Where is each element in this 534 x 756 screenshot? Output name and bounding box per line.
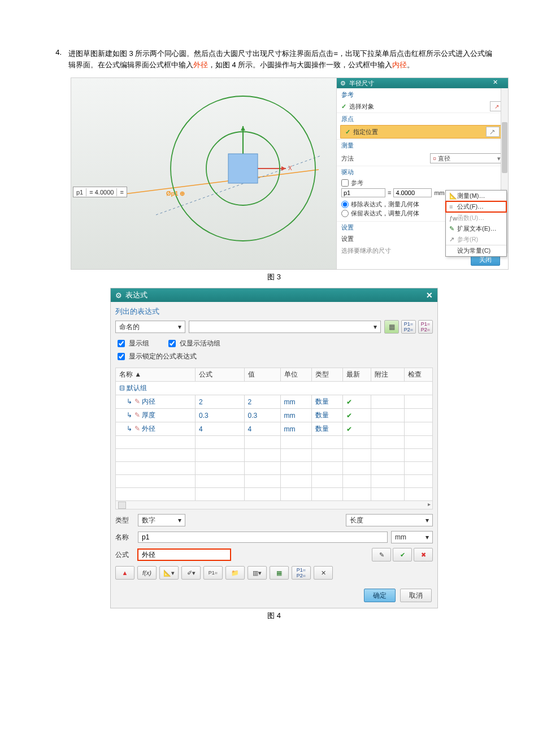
show-locked-check[interactable]: 显示锁定的公式表达式 <box>115 351 197 362</box>
row-unit: mm <box>280 409 311 422</box>
dialog-close-icon[interactable]: ✕ <box>426 291 433 300</box>
dimension-input[interactable]: p1 = 4.0000 = <box>73 187 127 197</box>
position-icon[interactable]: ⸕ <box>486 127 500 137</box>
type-select-text: 数字 <box>142 516 155 525</box>
folder-button[interactable]: 📁 <box>225 566 245 580</box>
panel-close-icon[interactable]: ✕ <box>493 79 498 86</box>
drive-name-input[interactable] <box>341 188 385 197</box>
ctx-formula-label: 公式(F)… <box>457 202 484 211</box>
method-label: 方法 <box>341 154 354 163</box>
txt-red-inner: 内径 <box>392 61 407 69</box>
sketch-canvas[interactable]: X Øp1 ⊕ p1 = 4.0000 = <box>71 78 337 269</box>
delete-button[interactable]: ▲ <box>115 566 134 580</box>
dim-name: p1 <box>73 188 86 196</box>
step-description: 进图草图新建如图 3 所示两个同心圆。然后点击大圆尺寸出现尺寸标注界面后点击=，… <box>68 48 494 71</box>
formula-input[interactable] <box>138 549 231 560</box>
show-groups-check[interactable]: 显示组 <box>115 338 149 349</box>
radio-remove[interactable] <box>341 201 349 208</box>
expression-table[interactable]: 名称 ▲ 公式 值 单位 类型 最新 附注 检查 ⊟ 默认组 <box>115 368 433 501</box>
type-select[interactable]: 数字▾ <box>138 514 185 526</box>
table-row <box>116 488 433 501</box>
section-origin[interactable]: 原点 ˄ <box>337 113 508 124</box>
clear-button[interactable]: ✕ <box>314 566 333 580</box>
drive-unit-label: mm <box>434 189 444 196</box>
table-hscroll[interactable]: ▸ <box>115 501 433 509</box>
scroll-right-arrow[interactable]: ▸ <box>428 501 431 507</box>
p1p2-toolbar-button[interactable]: P1=P2= <box>292 566 311 580</box>
name-input[interactable] <box>138 532 388 543</box>
show-groups-checkbox[interactable] <box>118 340 125 347</box>
unit-select[interactable]: mm▾ <box>391 531 433 543</box>
section-reference[interactable]: 参考 ˄ <box>337 88 508 100</box>
table-row <box>116 475 433 488</box>
fx-button[interactable]: f(x) <box>137 566 157 580</box>
svg-text:X: X <box>288 165 292 171</box>
dimension-select[interactable]: 长度▾ <box>346 514 433 526</box>
ok-button[interactable]: 确定 <box>364 589 396 602</box>
col-note[interactable]: 附注 <box>371 368 404 382</box>
ctx-measure-label: 测量(M)… <box>457 192 485 200</box>
section-drive[interactable]: 驱动 ˄ <box>337 166 508 178</box>
table-row[interactable]: ↳ ✎ 内径 2 2 mm 数量 ✔ <box>116 395 433 409</box>
dim-equals-btn[interactable]: = <box>116 188 126 196</box>
ctx-ext-text[interactable]: ✎扩展文本(E)… <box>446 223 506 234</box>
col-name[interactable]: 名称 ▲ <box>116 368 196 382</box>
cancel-button[interactable]: 取消 <box>400 589 432 602</box>
units-button[interactable]: 📐▾ <box>159 566 179 580</box>
named-select[interactable]: 命名的▾ <box>115 321 185 333</box>
text-icon: ✎ <box>449 225 457 232</box>
col-newest[interactable]: 最新 <box>342 368 371 382</box>
note-button[interactable]: ✐▾ <box>181 566 201 580</box>
reject-button[interactable]: ✖ <box>414 548 433 561</box>
col-type[interactable]: 类型 <box>312 368 343 382</box>
row-newest: ✔ <box>342 395 371 409</box>
table-header-row: 名称 ▲ 公式 值 单位 类型 最新 附注 检查 <box>116 368 433 382</box>
accept-button[interactable]: ✔ <box>393 548 412 561</box>
edit-button[interactable]: ✎ <box>372 548 391 561</box>
chevron-down-icon: ▾ <box>426 533 429 541</box>
svg-marker-3 <box>281 166 286 171</box>
ctx-formula[interactable]: =公式(F)… <box>446 201 506 212</box>
section-reference-label: 参考 <box>341 90 354 99</box>
drive-value-input[interactable] <box>393 188 432 197</box>
radio-keep[interactable] <box>341 210 349 217</box>
table-row[interactable]: ↳ ✎ 外径 4 4 mm 数量 ✔ <box>116 422 433 436</box>
sketch-svg: X Øp1 ⊕ <box>71 78 337 269</box>
check-row-1: 显示组 仅显示活动组 <box>115 338 433 349</box>
chevron-down-icon: ▾ <box>374 323 377 331</box>
specify-position-row[interactable]: ✓ 指定位置 ⸕ <box>340 125 505 139</box>
only-active-group-checkbox[interactable] <box>168 340 176 347</box>
step-4: 4. 进图草图新建如图 3 所示两个同心圆。然后点击大圆尺寸出现尺寸标注界面后点… <box>54 48 494 71</box>
row-value: 4 <box>244 422 280 436</box>
reference-checkbox[interactable] <box>341 179 349 187</box>
ref-icon: ↗ <box>449 236 457 243</box>
spreadsheet-button[interactable]: ▦ <box>384 320 399 334</box>
only-active-group-check[interactable]: 仅显示活动组 <box>166 338 220 349</box>
method-select[interactable]: ¤ 直径 ▾ <box>430 153 503 163</box>
insert-expr-button[interactable]: P1= <box>203 566 223 580</box>
dialog-body: 列出的表达式 命名的▾ ▾ ▦ P1=P2= P1=P2= 显示组 仅显示活动组 <box>111 302 437 583</box>
table-group-row[interactable]: ⊟ 默认组 <box>116 382 433 395</box>
col-check[interactable]: 检查 <box>404 368 432 382</box>
scroll-left-arrow[interactable] <box>118 502 126 509</box>
ruler-icon: 📐 <box>449 192 457 200</box>
select-object-row[interactable]: ✓ 选择对象 ↗ <box>337 100 508 113</box>
p1p2-in-button[interactable]: P1=P2= <box>401 320 416 334</box>
ctx-constant[interactable]: 设为常量(C) <box>446 245 506 256</box>
section-measure[interactable]: 测量 ˄ <box>337 139 508 151</box>
ctx-measure[interactable]: 📐测量(M)… <box>446 191 506 201</box>
col-value[interactable]: 值 <box>244 368 280 382</box>
equals-label: = <box>388 189 391 196</box>
table-row[interactable]: ↳ ✎ 厚度 0.3 0.3 mm 数量 ✔ <box>116 409 433 422</box>
row-value: 2 <box>244 395 280 409</box>
scrollbar-thumb[interactable] <box>502 122 507 173</box>
spreadsheet-func-button[interactable]: ▦ <box>270 566 289 580</box>
table-row <box>116 449 433 462</box>
col-formula[interactable]: 公式 <box>196 368 245 382</box>
color-button[interactable]: ▥▾ <box>248 566 267 580</box>
p1p2-out-button[interactable]: P1=P2= <box>418 320 433 334</box>
show-locked-checkbox[interactable] <box>118 353 125 360</box>
drive-reference-check[interactable]: 参考 <box>341 179 503 187</box>
filter-select[interactable]: ▾ <box>189 321 381 333</box>
col-unit[interactable]: 单位 <box>280 368 311 382</box>
